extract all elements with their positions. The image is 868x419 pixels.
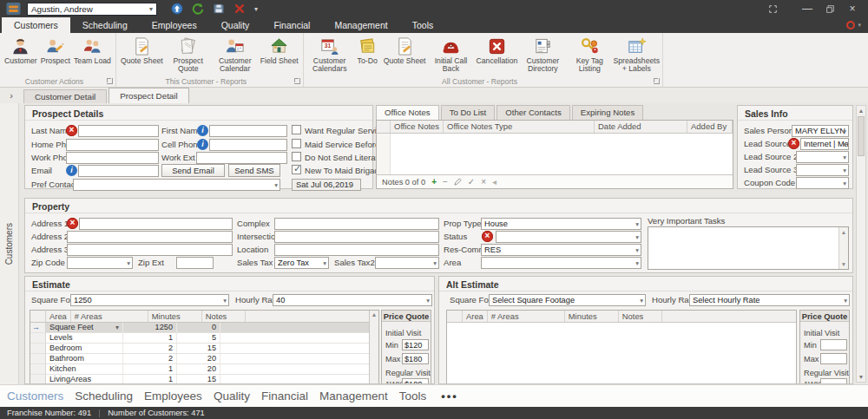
grid-column-header[interactable]: Area <box>463 311 488 322</box>
scroll-up-icon[interactable]: ▲ <box>839 228 848 236</box>
scrollbar-thumb[interactable] <box>858 116 865 156</box>
notes-tab[interactable]: Other Contacts <box>496 105 570 120</box>
ribbon-tab[interactable]: Financial <box>261 17 322 33</box>
toolbar-overflow-icon[interactable]: ▾ <box>254 5 258 13</box>
area-cell[interactable]: Bedroom <box>46 344 123 353</box>
num-areas-cell[interactable]: 1 <box>123 333 177 343</box>
delete-icon[interactable] <box>233 3 246 15</box>
table-row[interactable]: Levels 1 5 <box>30 333 378 344</box>
remove-note-icon[interactable]: − <box>443 178 448 187</box>
grid-scrollbar[interactable]: ▲ <box>369 311 378 383</box>
team-load-button[interactable]: Team Load <box>72 36 113 65</box>
grid-body-empty[interactable] <box>377 134 733 174</box>
initial-min-input[interactable] <box>402 339 429 350</box>
hourly-rate-dropdown[interactable]: 40 <box>273 294 432 306</box>
minimize-button[interactable]: — <box>797 2 818 16</box>
cancellation-button[interactable]: Cancellation <box>474 36 519 65</box>
maid-service-before-checkbox[interactable] <box>292 139 301 148</box>
scroll-down-icon[interactable]: ▼ <box>857 372 865 382</box>
table-row[interactable]: Square Feet 1250 0 <box>30 323 378 333</box>
tab-prospect-detail[interactable]: Prospect Detail <box>108 88 188 103</box>
status-dropdown[interactable] <box>496 231 641 243</box>
last-name-input[interactable] <box>78 125 159 137</box>
notes-cell[interactable] <box>220 323 378 332</box>
bottom-nav-item[interactable]: Employees <box>144 390 202 403</box>
customer-button[interactable]: Customer <box>3 36 39 65</box>
minutes-cell[interactable]: 15 <box>177 344 220 353</box>
alt-square-foot-dropdown[interactable]: Select Square Footage <box>489 294 646 306</box>
notes-cell[interactable] <box>220 375 378 384</box>
pref-contact-dropdown[interactable] <box>73 179 280 191</box>
alt-initial-min-input[interactable] <box>820 339 847 350</box>
ribbon-tab[interactable]: Scheduling <box>70 17 140 33</box>
expand-panel-arrow-icon[interactable]: › <box>4 89 18 102</box>
new-to-maid-brigade-checkbox[interactable] <box>292 165 301 174</box>
grid-column-header[interactable]: Office Notes Type <box>444 121 595 133</box>
minutes-cell[interactable]: 5 <box>177 333 220 343</box>
ribbon-tab[interactable]: Management <box>322 17 399 33</box>
spreadsheets-labels-button[interactable]: Spreadsheets + Labels <box>613 36 660 74</box>
weekly-rate-input[interactable] <box>402 378 429 384</box>
grid-column-header[interactable]: # Areas <box>71 311 148 322</box>
lead-source-2-dropdown[interactable] <box>796 151 849 163</box>
zip-code-dropdown[interactable] <box>67 257 133 269</box>
zip-ext-input[interactable] <box>176 257 214 269</box>
table-row[interactable]: LivingAreas 1 15 <box>30 375 378 384</box>
prospect-button[interactable]: Prospect <box>39 36 72 65</box>
grid-column-header[interactable]: Office Notes <box>391 121 444 133</box>
grid-column-header[interactable]: Notes <box>619 311 662 322</box>
sales-person-dropdown[interactable]: MARY ELLYN <box>792 125 849 137</box>
customer-directory-button[interactable]: Customer Directory <box>519 36 566 74</box>
location-input[interactable] <box>274 244 439 256</box>
alt-hourly-rate-dropdown[interactable]: Select Hourly Rate <box>689 294 850 306</box>
prev-record-icon[interactable]: ◂ <box>492 178 496 187</box>
sales-tax-dropdown[interactable]: Zero Tax <box>274 257 329 269</box>
scroll-down-icon[interactable]: ▼ <box>839 260 848 268</box>
initial-max-input[interactable] <box>402 353 429 364</box>
dialog-launcher-icon[interactable] <box>294 78 300 84</box>
notes-cell[interactable] <box>220 364 378 374</box>
square-foot-dropdown[interactable]: 1250 <box>70 294 229 306</box>
ribbon-tab[interactable]: Tools <box>400 17 446 33</box>
address-3-input[interactable] <box>67 244 233 256</box>
quote-sheet-button[interactable]: Quote Sheet <box>119 36 165 65</box>
send-email-button[interactable]: Send Email <box>161 164 225 177</box>
lead-source-dropdown[interactable]: Internet | Maid <box>800 138 849 150</box>
table-row[interactable]: Kitchen 1 20 <box>30 364 378 375</box>
quote-sheet-report-button[interactable]: Quote Sheet <box>382 36 428 65</box>
work-phone-input[interactable] <box>66 152 159 164</box>
address-2-input[interactable] <box>67 231 233 243</box>
bottom-nav-item[interactable]: Financial <box>261 390 308 403</box>
minutes-cell[interactable]: 0 <box>177 323 220 332</box>
save-icon[interactable] <box>213 3 225 15</box>
notes-cell[interactable] <box>220 344 378 353</box>
key-tag-listing-button[interactable]: Key Tag Listing <box>566 36 613 74</box>
notes-cell[interactable] <box>220 354 378 363</box>
alt-initial-max-input[interactable] <box>820 353 847 364</box>
complex-input[interactable] <box>274 218 439 230</box>
textarea-scrollbar[interactable]: ▲▼ <box>838 227 848 269</box>
restore-button[interactable] <box>819 2 840 16</box>
notification-badge[interactable]: ▾ <box>845 17 868 33</box>
grid-column-header[interactable]: Notes <box>202 311 246 322</box>
sales-tax2-dropdown[interactable] <box>375 257 439 269</box>
nav-overflow-button[interactable]: ••• <box>441 390 458 403</box>
area-cell[interactable]: Bathroom <box>46 354 123 363</box>
sidebar-tab-customers[interactable]: Customers <box>0 103 19 384</box>
area-cell[interactable]: Kitchen <box>46 364 123 374</box>
ribbon-tab[interactable]: Quality <box>209 17 262 33</box>
notes-tab[interactable]: Office Notes <box>376 105 439 120</box>
notes-cell[interactable] <box>220 333 378 343</box>
bottom-nav-item[interactable]: Customers <box>7 390 63 403</box>
notes-tab[interactable]: To Do List <box>441 105 496 120</box>
initial-call-back-button[interactable]: Initial Call Back <box>427 36 474 74</box>
work-ext-input[interactable] <box>196 152 287 164</box>
minutes-cell[interactable]: 15 <box>177 375 220 384</box>
grid-column-header[interactable]: # Areas <box>488 311 565 322</box>
home-phone-input[interactable] <box>66 139 159 151</box>
bottom-nav-item[interactable]: Scheduling <box>75 390 133 403</box>
refresh-icon[interactable] <box>192 3 204 15</box>
dialog-launcher-icon[interactable] <box>654 78 660 84</box>
main-scrollbar[interactable]: ▲ ▼ <box>856 105 866 383</box>
table-row[interactable]: Bedroom 2 15 <box>30 344 378 354</box>
